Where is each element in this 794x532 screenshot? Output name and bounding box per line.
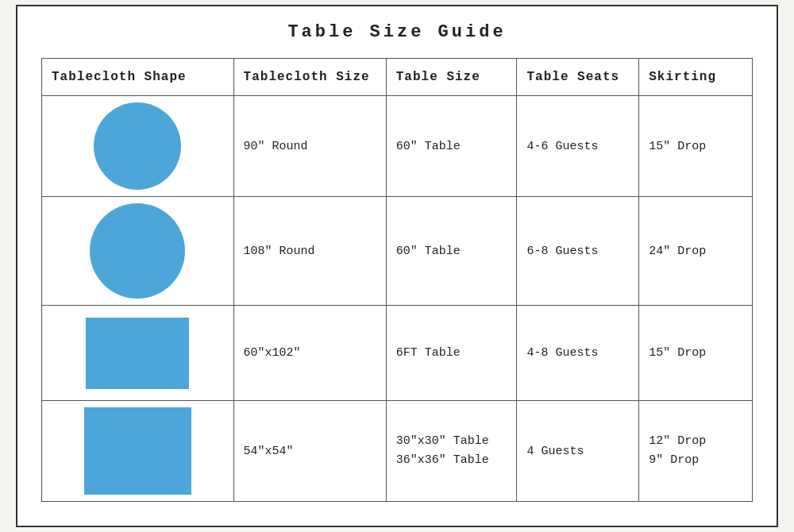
shape-cell-3	[42, 306, 234, 401]
table-row: 108″ Round 60″ Table 6-8 Guests 24″ Drop	[42, 197, 753, 306]
table-size-line2: 36″x36″ Table	[396, 451, 507, 470]
header-seats: Table Seats	[517, 59, 639, 96]
table-size-3: 6FT Table	[386, 306, 517, 401]
seats-1: 4-6 Guests	[517, 96, 639, 197]
skirting-line2: 9″ Drop	[649, 451, 742, 470]
skirting-multiline: 12″ Drop 9″ Drop	[649, 432, 742, 470]
table-size-2: 60″ Table	[386, 197, 517, 306]
shape-cell-2	[42, 197, 234, 306]
page-container: Table Size Guide Tablecloth Shape Tablec…	[16, 5, 778, 527]
rect-square-shape	[84, 407, 191, 495]
rect-wide-shape	[86, 318, 189, 389]
page-title: Table Size Guide	[41, 22, 753, 42]
table-header-row: Tablecloth Shape Tablecloth Size Table S…	[42, 59, 753, 96]
header-table-size: Table Size	[386, 59, 517, 96]
skirting-2: 24″ Drop	[639, 197, 753, 306]
skirting-4: 12″ Drop 9″ Drop	[639, 401, 753, 502]
circle-large-shape	[90, 203, 185, 299]
cloth-size-2: 108″ Round	[233, 197, 386, 306]
guide-table: Tablecloth Shape Tablecloth Size Table S…	[41, 58, 753, 502]
seats-3: 4-8 Guests	[517, 306, 639, 401]
cloth-size-4: 54″x54″	[233, 401, 386, 502]
skirting-line1: 12″ Drop	[649, 432, 742, 451]
shape-cell-4	[42, 401, 234, 502]
table-size-1: 60″ Table	[386, 96, 517, 197]
seats-4: 4 Guests	[517, 401, 639, 502]
table-row: 54″x54″ 30″x30″ Table 36″x36″ Table 4 Gu…	[42, 401, 753, 502]
table-size-4: 30″x30″ Table 36″x36″ Table	[386, 401, 517, 502]
table-row: 90″ Round 60″ Table 4-6 Guests 15″ Drop	[42, 96, 753, 197]
skirting-3: 15″ Drop	[639, 306, 753, 401]
table-size-line1: 30″x30″ Table	[396, 432, 507, 451]
cloth-size-3: 60″x102″	[233, 306, 386, 401]
table-row: 60″x102″ 6FT Table 4-8 Guests 15″ Drop	[42, 306, 753, 401]
header-cloth-size: Tablecloth Size	[233, 59, 386, 96]
seats-2: 6-8 Guests	[517, 197, 639, 306]
table-size-multiline: 30″x30″ Table 36″x36″ Table	[396, 432, 507, 470]
header-shape: Tablecloth Shape	[42, 59, 234, 96]
circle-small-shape	[94, 102, 181, 190]
shape-cell-1	[42, 96, 234, 197]
header-skirting: Skirting	[639, 59, 753, 96]
cloth-size-1: 90″ Round	[233, 96, 386, 197]
skirting-1: 15″ Drop	[639, 96, 753, 197]
